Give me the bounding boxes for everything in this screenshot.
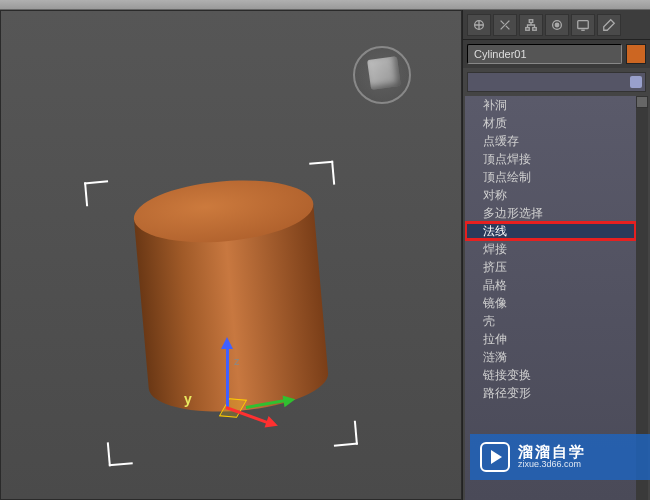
watermark-url: zixue.3d66.com: [518, 460, 586, 470]
modifier-item[interactable]: 晶格: [465, 276, 636, 294]
modifier-item[interactable]: 对称: [465, 186, 636, 204]
svg-point-5: [555, 23, 559, 27]
modifier-dropdown[interactable]: [467, 72, 646, 92]
object-name-row: Cylinder01: [463, 40, 650, 68]
modifier-item[interactable]: 涟漪: [465, 348, 636, 366]
panel-tab-row: [463, 10, 650, 40]
modifier-item[interactable]: 链接变换: [465, 366, 636, 384]
modifier-item[interactable]: 镜像: [465, 294, 636, 312]
modifier-item[interactable]: 壳: [465, 312, 636, 330]
watermark-title: 溜溜自学: [518, 444, 586, 461]
modifier-item[interactable]: 路径变形: [465, 384, 636, 402]
tab-hierarchy-icon[interactable]: [519, 14, 543, 36]
viewcube[interactable]: [353, 46, 411, 104]
gizmo-axis-z[interactable]: [226, 347, 229, 407]
tab-utilities-icon[interactable]: [597, 14, 621, 36]
object-name-input[interactable]: Cylinder01: [467, 44, 622, 64]
gizmo-axis-y[interactable]: [246, 399, 286, 409]
svg-rect-6: [578, 20, 589, 28]
main-container: y z Cylinder01 补洞材质点缓存顶点焊接顶点绘制对称多边形选择法线焊…: [0, 10, 650, 500]
svg-rect-2: [526, 27, 530, 30]
axis-label-y: y: [184, 391, 192, 407]
command-panel: Cylinder01 补洞材质点缓存顶点焊接顶点绘制对称多边形选择法线焊接挤压晶…: [462, 10, 650, 500]
modifier-item[interactable]: 挤压: [465, 258, 636, 276]
modifier-item[interactable]: 多边形选择: [465, 204, 636, 222]
modifier-item[interactable]: 补洞: [465, 96, 636, 114]
transform-gizmo[interactable]: y z: [186, 327, 286, 427]
modifier-item[interactable]: 焊接: [465, 240, 636, 258]
title-bar: [0, 0, 650, 10]
object-color-swatch[interactable]: [626, 44, 646, 64]
play-icon: [480, 442, 510, 472]
tab-display-icon[interactable]: [571, 14, 595, 36]
viewcube-cube-icon[interactable]: [367, 56, 401, 90]
modifier-item[interactable]: 拉伸: [465, 330, 636, 348]
modifier-item[interactable]: 顶点绘制: [465, 168, 636, 186]
watermark-badge: 溜溜自学 zixue.3d66.com: [470, 434, 650, 480]
svg-rect-1: [529, 19, 533, 22]
tab-create-icon[interactable]: [467, 14, 491, 36]
tab-motion-icon[interactable]: [545, 14, 569, 36]
viewcube-ring: [353, 46, 411, 104]
tab-modify-icon[interactable]: [493, 14, 517, 36]
modifier-item[interactable]: 材质: [465, 114, 636, 132]
viewport-3d[interactable]: y z: [0, 10, 462, 500]
svg-rect-3: [533, 27, 537, 30]
scrollbar-up-icon[interactable]: [636, 96, 648, 108]
axis-label-z: z: [234, 355, 240, 367]
modifier-item[interactable]: 法线: [465, 222, 636, 240]
modifier-item[interactable]: 点缓存: [465, 132, 636, 150]
modifier-item[interactable]: 顶点焊接: [465, 150, 636, 168]
